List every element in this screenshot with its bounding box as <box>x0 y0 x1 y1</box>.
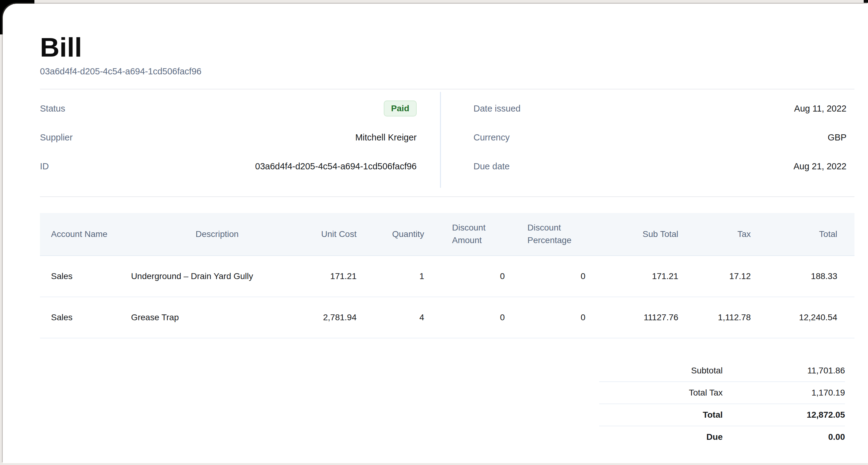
date-issued-label: Date issued <box>473 103 521 114</box>
cell-sub-total: 11127.76 <box>590 297 682 338</box>
due-date-value: Aug 21, 2022 <box>793 161 846 172</box>
column-header-discount-amount-text: Discount Amount <box>452 222 486 247</box>
line-item-row: Sales Grease Trap 2,781.94 4 0 0 11127.7… <box>40 297 855 338</box>
cell-quantity: 4 <box>361 297 428 338</box>
id-label: ID <box>40 161 49 172</box>
bill-info-section: Status Paid Supplier Mitchell Kreiger ID… <box>40 92 855 188</box>
info-row-supplier: Supplier Mitchell Kreiger <box>40 129 416 146</box>
bill-detail-page: Bill 03a6d4f4-d205-4c54-a694-1cd506facf9… <box>3 4 868 463</box>
page-title: Bill <box>40 34 855 61</box>
info-row-date-issued: Date issued Aug 11, 2022 <box>473 100 846 117</box>
total-tax-label: Total Tax <box>599 388 723 398</box>
total-label: Total <box>599 410 723 420</box>
currency-value: GBP <box>828 132 846 143</box>
bill-id-subtitle: 03a6d4f4-d205-4c54-a694-1cd506facf96 <box>40 66 855 76</box>
subtotal-label: Subtotal <box>599 366 723 376</box>
date-issued-value: Aug 11, 2022 <box>794 103 846 114</box>
column-header-unit-cost: Unit Cost <box>311 213 361 256</box>
cell-description: Underground – Drain Yard Gully <box>123 256 311 297</box>
info-table-divider <box>40 196 855 197</box>
cell-account-name: Sales <box>40 256 123 297</box>
line-items-table: Account Name Description Unit Cost Quant… <box>40 213 855 338</box>
status-badge: Paid <box>384 100 416 117</box>
due-date-label: Due date <box>473 161 510 172</box>
column-header-discount-percentage-text: Discount Percentage <box>528 222 571 247</box>
cell-quantity: 1 <box>361 256 428 297</box>
supplier-value: Mitchell Kreiger <box>355 132 416 143</box>
due-label: Due <box>599 432 723 442</box>
cell-unit-cost: 171.21 <box>311 256 361 297</box>
info-row-due-date: Due date Aug 21, 2022 <box>473 158 846 175</box>
cell-discount-percentage: 0 <box>509 297 590 338</box>
id-value: 03a6d4f4-d205-4c54-a694-1cd506facf96 <box>255 161 416 172</box>
bill-info-left-column: Status Paid Supplier Mitchell Kreiger ID… <box>40 92 440 188</box>
table-header-row: Account Name Description Unit Cost Quant… <box>40 213 855 256</box>
header-divider <box>40 89 855 89</box>
info-row-status: Status Paid <box>40 100 416 117</box>
info-row-id: ID 03a6d4f4-d205-4c54-a694-1cd506facf96 <box>40 158 416 175</box>
bill-info-right-column: Date issued Aug 11, 2022 Currency GBP Du… <box>440 92 855 188</box>
status-label: Status <box>40 103 65 114</box>
column-header-total: Total <box>755 213 855 256</box>
window-corner-sliver <box>864 0 868 3</box>
total-tax-value: 1,170.19 <box>723 388 845 398</box>
cell-tax: 17.12 <box>683 256 755 297</box>
info-row-currency: Currency GBP <box>473 129 846 146</box>
subtotal-value: 11,701.86 <box>723 366 845 376</box>
cell-total: 188.33 <box>755 256 855 297</box>
column-header-sub-total: Sub Total <box>590 213 682 256</box>
cell-description: Grease Trap <box>123 297 311 338</box>
cell-unit-cost: 2,781.94 <box>311 297 361 338</box>
column-header-quantity: Quantity <box>361 213 428 256</box>
due-value: 0.00 <box>723 432 845 442</box>
summary-row-subtotal: Subtotal 11,701.86 <box>599 360 845 382</box>
cell-total: 12,240.54 <box>755 297 855 338</box>
cell-tax: 1,112.78 <box>683 297 755 338</box>
column-header-account-name: Account Name <box>40 213 123 256</box>
cell-account-name: Sales <box>40 297 123 338</box>
currency-label: Currency <box>473 132 510 143</box>
column-header-description: Description <box>123 213 311 256</box>
column-header-discount-amount: Discount Amount <box>429 213 509 256</box>
cell-discount-amount: 0 <box>429 256 509 297</box>
totals-summary: Subtotal 11,701.86 Total Tax 1,170.19 To… <box>599 360 845 448</box>
summary-row-total-tax: Total Tax 1,170.19 <box>599 382 845 404</box>
cell-sub-total: 171.21 <box>590 256 682 297</box>
cell-discount-percentage: 0 <box>509 256 590 297</box>
column-header-discount-percentage: Discount Percentage <box>509 213 590 256</box>
total-value: 12,872.05 <box>723 410 845 420</box>
column-header-tax: Tax <box>683 213 755 256</box>
cell-discount-amount: 0 <box>429 297 509 338</box>
summary-row-total: Total 12,872.05 <box>599 404 845 426</box>
summary-row-due: Due 0.00 <box>599 426 845 448</box>
supplier-label: Supplier <box>40 132 72 143</box>
line-item-row: Sales Underground – Drain Yard Gully 171… <box>40 256 855 297</box>
